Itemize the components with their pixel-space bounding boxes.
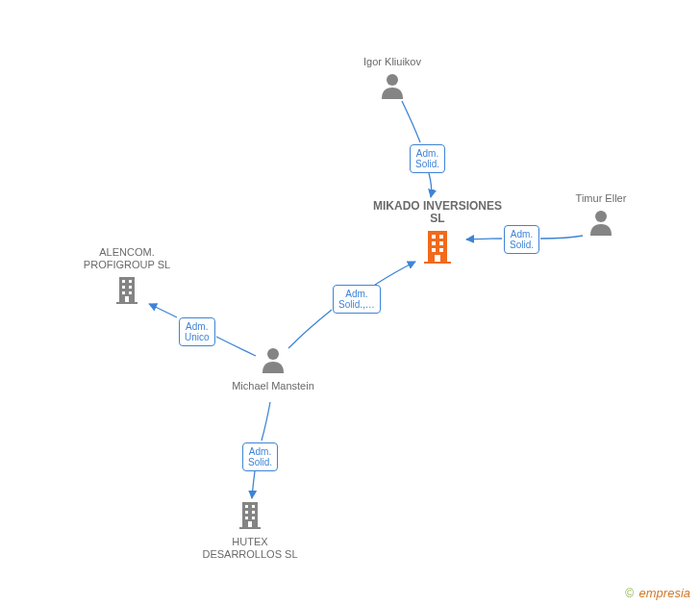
node-michael-label: Michael Manstein <box>215 380 331 392</box>
svg-rect-28 <box>439 248 443 252</box>
svg-rect-18 <box>245 517 248 519</box>
person-icon <box>261 346 286 373</box>
svg-rect-23 <box>432 235 436 239</box>
svg-rect-7 <box>122 286 125 289</box>
rel-michael-alencom: Adm. Unico <box>179 317 215 346</box>
svg-rect-6 <box>129 280 132 283</box>
svg-point-1 <box>595 211 607 222</box>
svg-rect-17 <box>252 511 255 514</box>
svg-rect-22 <box>424 262 451 264</box>
svg-rect-14 <box>245 505 248 508</box>
copyright-symbol: © <box>625 587 634 600</box>
node-timur[interactable]: Timur Eller <box>543 192 659 239</box>
svg-rect-4 <box>116 302 138 304</box>
center-label: MIKADO INVERSIONES SL <box>370 200 505 225</box>
node-igor-label: Igor Kliuikov <box>335 56 450 68</box>
node-igor[interactable]: Igor Kliuikov <box>335 56 450 102</box>
building-icon <box>114 275 139 307</box>
node-timur-label: Timur Eller <box>543 192 659 205</box>
building-icon <box>238 500 262 532</box>
svg-rect-13 <box>239 527 261 529</box>
node-alencom[interactable]: ALENCOM. PROFIGROUP SL <box>69 246 185 307</box>
node-michael[interactable]: Michael Manstein <box>215 346 331 392</box>
rel-igor-center: Adm. Solid. <box>410 144 445 173</box>
person-icon <box>380 72 405 99</box>
svg-rect-24 <box>439 235 443 239</box>
svg-rect-15 <box>252 505 255 508</box>
svg-rect-16 <box>245 511 248 514</box>
node-center[interactable]: MIKADO INVERSIONES SL <box>370 200 505 266</box>
svg-rect-5 <box>122 280 125 283</box>
rel-michael-hutex: Adm. Solid. <box>242 442 278 471</box>
svg-point-0 <box>387 74 398 86</box>
rel-michael-center: Adm. Solid.,… <box>333 285 381 314</box>
diagram-canvas: Igor Kliuikov Timur Eller Michael Manste… <box>0 0 700 606</box>
node-hutex[interactable]: HUTEX DESARROLLOS SL <box>192 500 308 561</box>
svg-rect-26 <box>439 241 443 245</box>
svg-rect-29 <box>435 255 440 262</box>
brand-name: empresia <box>639 586 690 600</box>
person-icon <box>588 209 613 236</box>
svg-rect-11 <box>125 296 129 302</box>
svg-rect-27 <box>432 248 436 252</box>
svg-rect-10 <box>129 291 132 294</box>
rel-timur-center: Adm. Solid. <box>504 225 539 254</box>
node-alencom-label: ALENCOM. PROFIGROUP SL <box>69 246 185 271</box>
footer-credit: © empresia <box>625 586 690 600</box>
svg-rect-20 <box>248 521 252 527</box>
svg-rect-8 <box>129 286 132 289</box>
svg-rect-19 <box>252 517 255 519</box>
svg-rect-25 <box>432 241 436 245</box>
svg-point-2 <box>267 348 279 360</box>
node-hutex-label: HUTEX DESARROLLOS SL <box>192 536 308 561</box>
building-icon <box>422 229 453 266</box>
svg-rect-9 <box>122 291 125 294</box>
